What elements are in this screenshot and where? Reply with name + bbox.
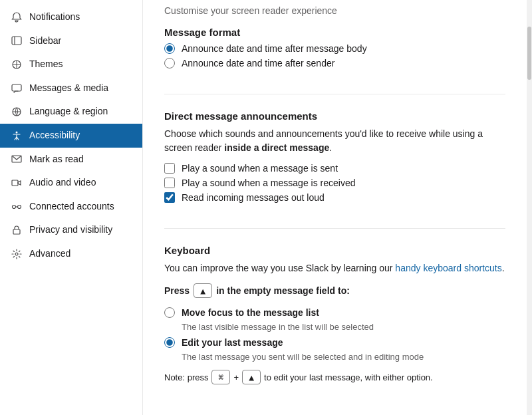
checkbox-input-read-incoming[interactable] <box>164 192 175 203</box>
sidebar-item-accessibility[interactable]: Accessibility <box>0 124 142 148</box>
press-line: Press ▲ in the empty message field to: <box>164 283 505 298</box>
note-key2: ▲ <box>242 370 261 384</box>
sidebar-item-label: Privacy and visibility <box>29 223 112 237</box>
keyboard-section: Keyboard You can improve the way you use… <box>164 245 505 384</box>
sidebar-item-messages-media[interactable]: Messages & media <box>0 76 142 100</box>
intro-text: Customise your screen reader experience <box>164 5 505 16</box>
main-content: Customise your screen reader experience … <box>143 0 527 415</box>
direct-message-section: Direct message announcements Choose whic… <box>164 110 505 223</box>
checkbox-sound-received[interactable]: Play a sound when a message is received <box>164 178 505 188</box>
radio-label-date-body: Announce date and time after message bod… <box>182 43 367 54</box>
radio-sub-edit-last: The last message you sent will be select… <box>182 352 505 362</box>
radio-input-date-sender[interactable] <box>164 58 175 69</box>
direct-message-title: Direct message announcements <box>164 110 505 122</box>
sidebar-item-label: Messages & media <box>29 82 108 95</box>
divider <box>164 94 505 94</box>
keyboard-shortcuts-link[interactable]: handy keyboard shortcuts <box>395 263 501 273</box>
radio-move-focus[interactable]: Move focus to the message list <box>164 307 505 318</box>
scrollbar-thumb[interactable] <box>527 27 531 80</box>
radio-date-after-body[interactable]: Announce date and time after message bod… <box>164 43 505 54</box>
radio-edit-last[interactable]: Edit your last message <box>164 337 505 348</box>
svg-rect-3 <box>12 84 21 91</box>
radio-label-date-sender: Announce date and time after sender <box>182 58 334 69</box>
sidebar-item-label: Audio and video <box>29 176 96 190</box>
keyboard-desc: You can improve the way you use Slack by… <box>164 261 505 275</box>
svg-point-8 <box>13 205 16 208</box>
svg-point-5 <box>16 131 18 133</box>
sidebar-item-label: Language & region <box>29 105 108 118</box>
sidebar-item-themes[interactable]: Themes <box>0 53 142 76</box>
press-key: ▲ <box>194 283 212 298</box>
keyboard-title: Keyboard <box>164 245 505 256</box>
checkbox-read-incoming[interactable]: Read incoming messages out loud <box>164 192 505 203</box>
sidebar-item-notifications[interactable]: Notifications <box>0 5 142 29</box>
sidebar-item-privacy-visibility[interactable]: Privacy and visibility <box>0 218 142 242</box>
checkbox-sound-sent[interactable]: Play a sound when a message is sent <box>164 163 505 174</box>
checkbox-label-read-incoming: Read incoming messages out loud <box>182 192 325 203</box>
checkbox-label-sound-received: Play a sound when a message is received <box>182 178 355 188</box>
sidebar-item-advanced[interactable]: Advanced <box>0 242 142 266</box>
mark-read-icon <box>11 153 23 165</box>
message-format-section: Message format Announce date and time af… <box>164 27 505 88</box>
messages-icon <box>11 82 23 94</box>
sidebar-item-sidebar[interactable]: Sidebar <box>0 29 142 53</box>
divider-2 <box>164 228 505 229</box>
sidebar-item-language-region[interactable]: Language & region <box>0 100 142 124</box>
sidebar-item-mark-as-read[interactable]: Mark as read <box>0 148 142 172</box>
svg-point-12 <box>15 253 18 255</box>
svg-rect-7 <box>12 180 18 186</box>
scrollbar-track[interactable] <box>527 0 532 415</box>
language-icon <box>11 106 23 118</box>
sidebar-item-label: Notifications <box>29 11 80 24</box>
svg-rect-11 <box>13 229 20 234</box>
sidebar-item-label: Accessibility <box>29 129 80 142</box>
sidebar-item-audio-video[interactable]: Audio and video <box>0 171 142 195</box>
note-line: Note: press ⌘ + ▲ to edit your last mess… <box>164 370 505 384</box>
audio-video-icon <box>11 177 23 189</box>
accessibility-icon <box>11 130 23 142</box>
sidebar-item-connected-accounts[interactable]: Connected accounts <box>0 195 142 219</box>
radio-label-edit-last: Edit your last message <box>182 337 283 348</box>
checkbox-input-sound-received[interactable] <box>164 178 175 188</box>
radio-label-move-focus: Move focus to the message list <box>182 307 319 318</box>
checkbox-label-sound-sent: Play a sound when a message is sent <box>182 163 338 174</box>
sidebar-item-label: Connected accounts <box>29 200 114 213</box>
sidebar-item-label: Advanced <box>29 247 70 261</box>
radio-sub-move-focus: The last visible message in the list wil… <box>182 322 505 332</box>
privacy-icon <box>11 224 23 236</box>
radio-date-after-sender[interactable]: Announce date and time after sender <box>164 58 505 69</box>
sidebar-item-label: Themes <box>29 58 63 71</box>
checkbox-input-sound-sent[interactable] <box>164 163 175 174</box>
bell-icon <box>11 11 23 23</box>
connected-icon <box>11 201 23 213</box>
message-format-title: Message format <box>164 27 505 38</box>
sidebar-item-label: Mark as read <box>29 153 84 166</box>
sidebar: Notifications Sidebar Themes Messag <box>0 0 143 415</box>
note-key1: ⌘ <box>211 370 230 384</box>
radio-input-move-focus[interactable] <box>164 307 175 318</box>
sidebar-item-label: Sidebar <box>29 35 61 48</box>
sidebar-icon <box>11 35 23 47</box>
svg-point-9 <box>18 205 21 208</box>
themes-icon <box>11 59 23 70</box>
svg-rect-0 <box>12 37 21 45</box>
radio-input-edit-last[interactable] <box>164 337 175 348</box>
radio-input-date-body[interactable] <box>164 43 175 54</box>
direct-message-desc: Choose which sounds and announcements yo… <box>164 127 505 155</box>
advanced-icon <box>11 248 23 260</box>
